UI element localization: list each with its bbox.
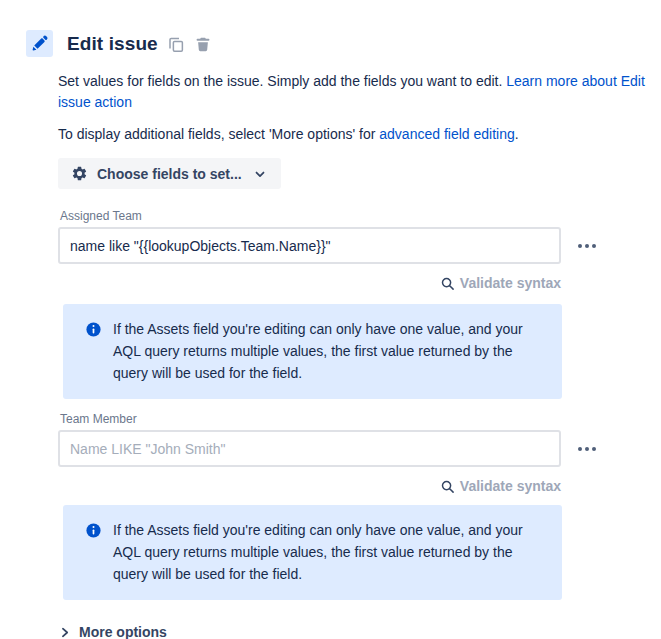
info-message: If the Assets field you're editing can o… bbox=[113, 519, 531, 585]
note-text: To display additional fields, select 'Mo… bbox=[58, 126, 375, 142]
team-member-row bbox=[58, 430, 661, 467]
trash-icon bbox=[194, 35, 212, 53]
field-label-team-member: Team Member bbox=[60, 412, 661, 427]
validate-syntax-link[interactable]: Validate syntax bbox=[460, 275, 561, 291]
content: Set values for fields on the issue. Simp… bbox=[58, 71, 661, 639]
team-member-more-menu-button[interactable] bbox=[574, 443, 600, 455]
search-icon bbox=[440, 276, 455, 291]
more-options-toggle[interactable]: More options bbox=[58, 624, 167, 639]
info-message: If the Assets field you're editing can o… bbox=[113, 318, 531, 384]
delete-button[interactable] bbox=[194, 35, 212, 53]
description-paragraph: Set values for fields on the issue. Simp… bbox=[58, 71, 650, 113]
page-title: Edit issue bbox=[67, 33, 158, 55]
more-options-label: More options bbox=[79, 624, 167, 639]
team-member-input[interactable] bbox=[58, 430, 561, 467]
assigned-team-row bbox=[58, 227, 661, 264]
ellipsis-icon bbox=[578, 447, 582, 451]
gear-icon bbox=[71, 165, 88, 182]
assigned-team-input[interactable] bbox=[58, 227, 561, 264]
edit-issue-panel: Edit issue Set values for fields on the … bbox=[0, 0, 661, 639]
choose-fields-label: Choose fields to set... bbox=[97, 166, 242, 182]
choose-fields-button[interactable]: Choose fields to set... bbox=[58, 158, 281, 189]
assigned-team-validate-row: Validate syntax bbox=[58, 275, 561, 291]
chevron-down-icon bbox=[253, 167, 267, 181]
copy-icon bbox=[167, 35, 185, 53]
chevron-right-icon bbox=[58, 626, 71, 639]
advanced-field-editing-link[interactable]: advanced field editing bbox=[379, 126, 514, 142]
info-icon bbox=[85, 321, 102, 338]
pencil-icon bbox=[31, 35, 48, 52]
header: Edit issue bbox=[26, 30, 661, 57]
additional-fields-note: To display additional fields, select 'Mo… bbox=[58, 124, 650, 145]
ellipsis-icon bbox=[578, 244, 582, 248]
description-text: Set values for fields on the issue. Simp… bbox=[58, 73, 502, 89]
team-member-validate-row: Validate syntax bbox=[58, 478, 561, 494]
edit-issue-tile bbox=[26, 30, 53, 57]
search-icon bbox=[440, 479, 455, 494]
info-icon bbox=[85, 522, 102, 539]
copy-button[interactable] bbox=[167, 35, 185, 53]
assigned-team-more-menu-button[interactable] bbox=[574, 240, 600, 252]
info-panel: If the Assets field you're editing can o… bbox=[63, 304, 562, 399]
info-panel: If the Assets field you're editing can o… bbox=[63, 505, 562, 600]
note-period: . bbox=[515, 126, 519, 142]
field-label-assigned-team: Assigned Team bbox=[60, 209, 661, 224]
validate-syntax-link[interactable]: Validate syntax bbox=[460, 478, 561, 494]
